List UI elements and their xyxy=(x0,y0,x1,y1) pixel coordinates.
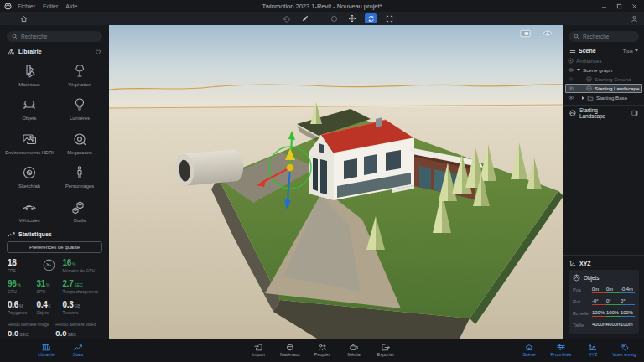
dock-left-group: Librairie Stats xyxy=(30,344,94,358)
library-item-sketchfab[interactable]: Sketchfab xyxy=(4,159,55,193)
expander-down-icon[interactable] xyxy=(577,69,580,71)
library-item-vehicules[interactable]: Véhicules xyxy=(4,194,55,227)
scale-z-field[interactable]: 100% xyxy=(621,310,635,317)
dock-scene[interactable]: Scène xyxy=(513,344,545,358)
tools-cubes-icon xyxy=(71,199,88,215)
ambiance-icon xyxy=(568,58,574,64)
move-tool-icon[interactable] xyxy=(346,13,358,23)
sync-tool-button[interactable] xyxy=(365,13,377,23)
size-y-field[interactable]: 4000m xyxy=(606,322,621,328)
selected-item-row[interactable]: Starting Landscape xyxy=(564,107,644,118)
menu-aide[interactable]: Aide xyxy=(65,3,77,9)
rot-x-field[interactable]: -0° xyxy=(592,298,606,305)
library-item-materiaux[interactable]: Matériaux xyxy=(4,58,55,91)
dock-stats[interactable]: Stats xyxy=(62,344,94,358)
library-item-environnements-hdri[interactable]: Environnements HDRI xyxy=(4,126,55,159)
user-account-icon[interactable] xyxy=(631,15,638,23)
render-last-video: Rendu dernière vidéo 0.0SEC xyxy=(55,322,101,338)
rocket-icon[interactable] xyxy=(299,13,310,23)
library-item-vegetation[interactable]: Végétation xyxy=(55,58,105,91)
library-search[interactable] xyxy=(7,31,102,42)
tree-item-label: Starting Landscape xyxy=(595,85,639,91)
tree-item-ambiances[interactable]: Ambiances xyxy=(564,56,644,65)
metric-cpu: 31% CPU xyxy=(36,279,62,294)
megascans-icon xyxy=(71,131,88,147)
eye-icon[interactable] xyxy=(568,77,574,81)
wing-glass-1 xyxy=(419,166,431,189)
size-x-field[interactable]: 4000m xyxy=(592,322,606,328)
tree-item-starting-ground[interactable]: Starting Ground xyxy=(564,75,644,84)
favorites-heart-icon[interactable] xyxy=(95,49,101,55)
materials-icon xyxy=(21,63,38,80)
xyz-target: Objets xyxy=(573,274,635,282)
dock-peupler[interactable]: Peupler xyxy=(306,344,338,358)
pos-z-field[interactable]: -0.4m xyxy=(621,287,635,293)
dock-xyz[interactable]: XYZ xyxy=(577,344,609,358)
export-icon xyxy=(382,344,390,351)
scene-search[interactable] xyxy=(569,31,639,42)
search-icon xyxy=(574,34,579,39)
dock-label: Vues enreg. xyxy=(612,352,636,357)
eye-icon[interactable] xyxy=(568,86,574,90)
dock-proprietes[interactable]: Propriétés xyxy=(545,344,577,358)
right-sidebar: Scène Tous Ambiances Scene graph Startin… xyxy=(564,25,644,339)
tree-item-starting-base[interactable]: Starting Base xyxy=(564,93,644,102)
render-last-image: Rendu dernière image 0.0SEC xyxy=(8,322,55,338)
eye-visibility-icon[interactable] xyxy=(543,29,553,38)
home-icon[interactable] xyxy=(20,15,28,23)
tree-item-starting-landscape[interactable]: Starting Landscape xyxy=(565,84,642,93)
screen-mode-icon[interactable] xyxy=(520,29,531,38)
record-circle-icon[interactable] xyxy=(328,13,340,23)
library-item-lumieres[interactable]: Lumières xyxy=(55,91,105,125)
panel-toggle-icon[interactable] xyxy=(631,110,638,116)
dock-materiaux[interactable]: Matériaux xyxy=(274,344,306,358)
menu-editer[interactable]: Editer xyxy=(43,3,58,9)
scale-x-field[interactable]: 100% xyxy=(592,310,606,317)
metric-polygons: 0.6M Polygones xyxy=(8,300,36,315)
library-item-megascans[interactable]: Megascans xyxy=(55,126,105,159)
rot-y-field[interactable]: 0° xyxy=(606,298,621,305)
dock-import[interactable]: Import xyxy=(242,344,274,358)
minimize-button[interactable] xyxy=(601,3,607,9)
tree-item-label: Scene graph xyxy=(583,67,612,73)
selected-item-label: Starting Landscape xyxy=(579,107,625,119)
library-item-label: Matériaux xyxy=(18,82,39,87)
dock-exporter[interactable]: Exporter xyxy=(370,344,402,358)
dock-media[interactable]: Média xyxy=(338,344,370,358)
hamburger-icon[interactable] xyxy=(569,48,576,54)
dock-vues-enregistrees[interactable]: Vues enreg. xyxy=(609,344,641,358)
size-z-field[interactable]: 100m xyxy=(621,322,635,328)
close-button[interactable] xyxy=(631,3,637,9)
dock-right-group: Scène Propriétés XYZ Vues enreg. xyxy=(513,344,641,358)
scene-filter-dropdown[interactable]: Tous xyxy=(623,49,638,54)
properties-sliders-icon xyxy=(557,344,565,351)
metric-fps: 18 FPS xyxy=(8,258,36,273)
library-item-outils[interactable]: Outils xyxy=(55,194,105,227)
dock-librairie[interactable]: Librairie xyxy=(30,344,62,358)
library-icon xyxy=(8,48,15,55)
scale-y-field[interactable]: 100% xyxy=(606,310,621,317)
scene-search-input[interactable] xyxy=(583,34,634,39)
toolbar-separator xyxy=(34,14,34,23)
rot-z-field[interactable]: 0° xyxy=(621,298,635,305)
tree-item-scene-graph[interactable]: Scene graph xyxy=(564,65,644,75)
quality-preferences-button[interactable]: Préférences de qualité xyxy=(7,241,102,253)
library-item-objets[interactable]: Objets xyxy=(4,91,55,125)
fullscreen-icon[interactable] xyxy=(383,13,395,23)
library-item-personnages[interactable]: Personnages xyxy=(55,159,105,193)
pos-x-field[interactable]: 0m xyxy=(592,287,606,293)
viewport-3d[interactable] xyxy=(109,25,564,339)
maximize-button[interactable] xyxy=(616,3,622,9)
xyz-row-rot: Rot -0° 0° 0° xyxy=(573,298,635,305)
eye-icon[interactable] xyxy=(568,96,574,100)
menu-fichier[interactable]: Fichier xyxy=(18,3,35,9)
undo-icon[interactable] xyxy=(280,13,292,23)
expander-right-icon[interactable] xyxy=(582,96,584,100)
library-item-label: Outils xyxy=(74,218,86,223)
dock-label: Librairie xyxy=(38,352,55,357)
landscape-icon xyxy=(586,85,592,91)
stats-title: Statistiques xyxy=(18,231,52,237)
pos-y-field[interactable]: 0m xyxy=(606,287,621,293)
library-search-input[interactable] xyxy=(21,34,97,39)
eye-icon[interactable] xyxy=(568,68,574,72)
